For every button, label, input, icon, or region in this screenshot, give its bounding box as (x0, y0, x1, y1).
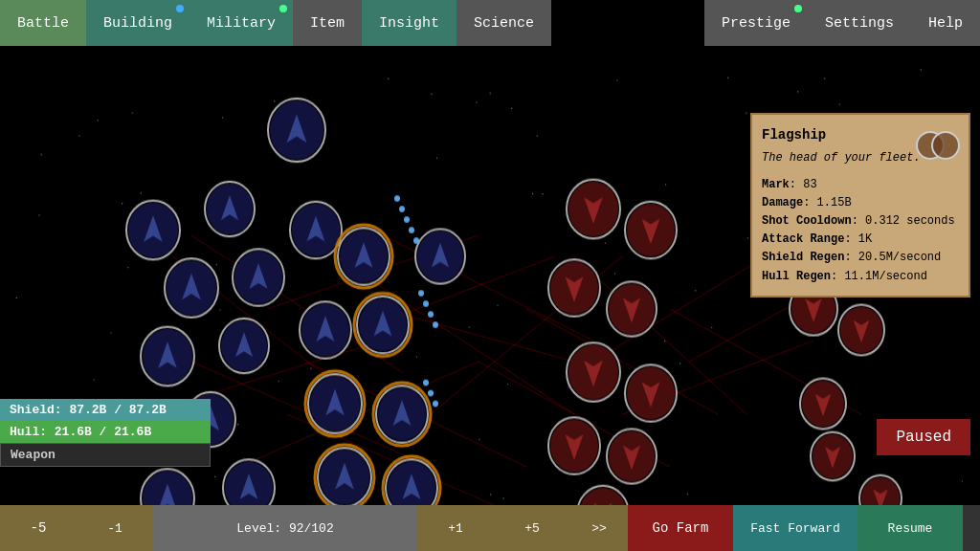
tab-settings-label: Settings (825, 15, 894, 32)
level-display: Level: 92/102 (153, 505, 417, 551)
minus1-button[interactable]: -1 (77, 505, 153, 551)
flagship-stat-shield-regen: Shield Regen: 20.5M/second (762, 249, 959, 267)
flagship-stat-cooldown: Shot Cooldown: 0.312 seconds (762, 212, 959, 231)
plus5-button[interactable]: +5 (494, 505, 570, 551)
paused-button[interactable]: Paused (877, 419, 970, 455)
status-bars: Shield: 87.2B / 87.2B Hull: 21.6B / 21.6… (0, 399, 211, 467)
flagship-panel: Flagship The head of your fleet. Mark: 8… (750, 113, 970, 298)
flagship-stat-range: Attack Range: 1K (762, 231, 959, 249)
tab-settings[interactable]: Settings (808, 0, 911, 46)
game-area[interactable]: Flagship The head of your fleet. Mark: 8… (0, 46, 980, 551)
military-dot-icon (279, 5, 287, 12)
flagship-stat-damage: Damage: 1.15B (762, 194, 959, 212)
tab-insight[interactable]: Insight (362, 0, 457, 46)
tab-science-label: Science (474, 15, 534, 32)
flagship-icon (915, 122, 961, 168)
weapon-bar: Weapon (0, 443, 211, 467)
tab-battle-label: Battle (17, 15, 69, 32)
tab-battle[interactable]: Battle (0, 0, 86, 46)
fast-forward-button[interactable]: Fast Forward (733, 505, 858, 551)
tab-item-label: Item (310, 15, 345, 32)
tab-military-label: Military (207, 15, 276, 32)
tab-military[interactable]: Military (189, 0, 293, 46)
flagship-stats: Mark: 83 Damage: 1.15B Shot Cooldown: 0.… (762, 176, 959, 286)
flagship-stat-mark: Mark: 83 (762, 176, 959, 194)
tab-prestige-label: Prestige (722, 15, 791, 32)
tab-science[interactable]: Science (457, 0, 551, 46)
svg-point-1 (932, 132, 959, 159)
building-dot-icon (176, 5, 184, 12)
tab-help[interactable]: Help (911, 0, 980, 46)
tab-prestige[interactable]: Prestige (704, 0, 808, 46)
flagship-stat-hull-regen: Hull Regen: 11.1M/second (762, 268, 959, 286)
tab-building-label: Building (103, 15, 172, 32)
resume-button[interactable]: Resume (858, 505, 963, 551)
plus1-button[interactable]: +1 (417, 505, 494, 551)
tab-help-label: Help (928, 15, 963, 32)
shield-bar: Shield: 87.2B / 87.2B (0, 399, 211, 421)
hull-bar: Hull: 21.6B / 21.6B (0, 421, 211, 443)
tab-item[interactable]: Item (293, 0, 362, 46)
tab-insight-label: Insight (379, 15, 439, 32)
arrows-button[interactable]: >> (570, 505, 628, 551)
top-navigation: Battle Building Military Item Insight Sc… (0, 0, 980, 46)
prestige-dot-icon (794, 5, 802, 12)
bottom-bar: -5 -1 Level: 92/102 +1 +5 >> Go Farm Fas… (0, 505, 980, 551)
tab-building[interactable]: Building (86, 0, 189, 46)
go-farm-button[interactable]: Go Farm (628, 505, 733, 551)
minus5-button[interactable]: -5 (0, 505, 77, 551)
corner-decoration (963, 505, 980, 551)
